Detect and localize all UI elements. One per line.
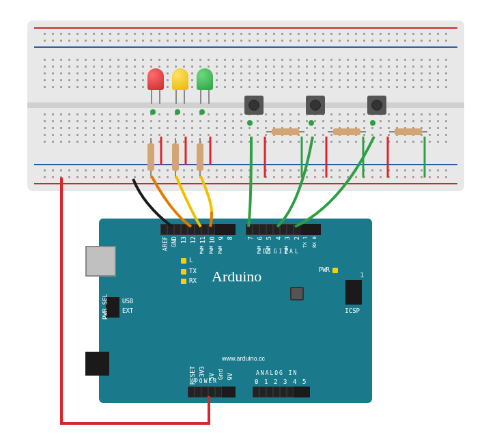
resistor-button-1 — [272, 128, 299, 135]
icsp-pin1: 1 — [360, 272, 364, 279]
pin-d1: TX 1 — [302, 236, 308, 248]
pin-d9: 9 — [218, 236, 225, 240]
pwr-sel-ext: EXT — [122, 307, 133, 314]
tie-point — [370, 120, 375, 126]
icsp-header — [345, 280, 362, 305]
led-pwr-icon — [332, 268, 338, 273]
tie-point — [309, 120, 314, 126]
led-tx-label: TX — [189, 268, 197, 275]
resistor-button-3 — [395, 128, 422, 135]
pin-d4: 4 — [275, 236, 282, 240]
pin-gnd2: Gnd — [217, 369, 224, 380]
pin-d0: RX 0 — [312, 236, 317, 248]
tie-point — [175, 109, 180, 115]
pin-9v: 9V — [227, 373, 233, 380]
tie-point — [247, 120, 253, 126]
led-pwr-label: PWR — [319, 266, 330, 273]
arduino-uno: PWR SEL USB EXT ICSP 1 L TX RX PWR — [99, 219, 372, 403]
resistor-led-yellow — [172, 143, 179, 171]
usb-port-icon — [85, 246, 116, 277]
pin-d13: 13 — [180, 236, 187, 244]
pin-d12: 12 — [190, 236, 197, 244]
led-yellow — [172, 68, 188, 90]
arduino-brand: Arduino — [212, 268, 261, 285]
pin-d10: 10 — [209, 236, 216, 244]
fritzing-diagram: /*placeholder*/ PWR SEL US — [0, 0, 497, 448]
pwm-9: PWM — [218, 246, 223, 255]
pin-a4: 4 — [293, 378, 296, 385]
pin-d3: 3 — [284, 236, 291, 240]
pin-a5: 5 — [302, 378, 306, 385]
pin-a0: 0 — [255, 378, 258, 385]
pin-d7: 7 — [247, 236, 254, 240]
led-rx-icon — [181, 279, 186, 284]
header-digital-left — [160, 224, 236, 235]
analog-group: ANALOG IN — [256, 370, 298, 376]
resistor-led-red — [147, 143, 154, 171]
led-l-icon — [181, 258, 186, 264]
led-red — [147, 68, 164, 90]
header-analog — [253, 387, 310, 397]
pin-d11: 11 — [199, 236, 206, 244]
pwr-sel-label: PWR SEL — [102, 294, 109, 320]
icsp-label: ICSP — [345, 307, 360, 314]
digital-group: DIGITAL — [263, 249, 300, 255]
power-group: POWER — [195, 378, 218, 384]
button-3 — [367, 96, 386, 115]
tie-point — [199, 109, 205, 115]
pin-gnd: GND — [171, 236, 178, 247]
pin-a2: 2 — [274, 378, 277, 385]
arduino-url: www.arduino.cc — [222, 355, 265, 362]
resistor-button-2 — [333, 128, 360, 135]
pin-d5: 5 — [266, 236, 272, 240]
led-green — [197, 68, 213, 90]
tie-point — [150, 109, 156, 115]
barrel-jack-icon — [85, 352, 109, 376]
header-digital-right — [246, 224, 321, 235]
button-2 — [306, 96, 325, 115]
resistor-led-green — [197, 143, 203, 171]
pwr-sel-usb: USB — [122, 298, 133, 305]
pin-a1: 1 — [264, 378, 268, 385]
pwm-6: PWM — [257, 246, 262, 255]
pwm-10: PWM — [209, 246, 214, 255]
header-power — [188, 387, 236, 397]
pin-d6: 6 — [257, 236, 264, 240]
pwm-11: PWM — [199, 246, 205, 255]
pin-d2: 2 — [294, 236, 300, 240]
led-rx-label: RX — [189, 277, 197, 284]
led-tx-icon — [181, 269, 186, 275]
pin-a3: 3 — [283, 378, 287, 385]
button-1 — [244, 96, 264, 115]
pin-3v3: 3V3 — [199, 366, 205, 377]
pin-d8: 8 — [227, 236, 233, 240]
reset-button-icon — [290, 287, 304, 300]
led-l-label: L — [189, 257, 193, 264]
pin-aref: AREF — [162, 236, 169, 251]
